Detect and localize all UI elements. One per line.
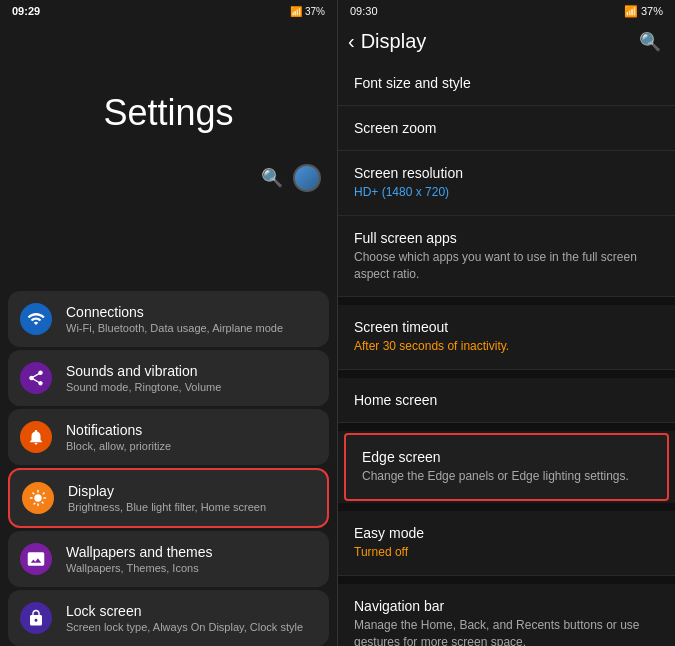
connections-title: Connections <box>66 304 283 320</box>
settings-title-area: Settings 🔍 <box>0 22 337 291</box>
display-item-easy-mode[interactable]: Easy mode Turned off <box>338 511 675 576</box>
left-status-bar: 09:29 📶 37% <box>0 0 337 22</box>
sound-icon <box>20 362 52 394</box>
display-item-home-screen[interactable]: Home screen <box>338 378 675 423</box>
full-screen-title: Full screen apps <box>354 230 659 246</box>
display-page-title: Display <box>361 30 427 53</box>
divider-3 <box>338 423 675 431</box>
avatar[interactable] <box>293 164 321 192</box>
display-item-edge-screen[interactable]: Edge screen Change the Edge panels or Ed… <box>344 433 669 501</box>
easy-mode-sub: Turned off <box>354 544 659 561</box>
left-signal-icons: 📶 37% <box>290 6 325 17</box>
edge-screen-title: Edge screen <box>362 449 651 465</box>
sounds-title: Sounds and vibration <box>66 363 221 379</box>
edge-screen-sub: Change the Edge panels or Edge lighting … <box>362 468 651 485</box>
lockscreen-icon <box>20 602 52 634</box>
display-sub: Brightness, Blue light filter, Home scre… <box>68 501 266 513</box>
home-screen-title: Home screen <box>354 392 659 408</box>
divider-5 <box>338 576 675 584</box>
notifications-text: Notifications Block, allow, prioritize <box>66 422 171 452</box>
lockscreen-text: Lock screen Screen lock type, Always On … <box>66 603 303 633</box>
display-item-full-screen[interactable]: Full screen apps Choose which apps you w… <box>338 216 675 298</box>
full-screen-sub: Choose which apps you want to use in the… <box>354 249 659 283</box>
wallpapers-sub: Wallpapers, Themes, Icons <box>66 562 213 574</box>
display-text: Display Brightness, Blue light filter, H… <box>68 483 266 513</box>
display-list: Font size and style Screen zoom Screen r… <box>338 61 675 646</box>
notifications-icon <box>20 421 52 453</box>
screen-resolution-sub: HD+ (1480 x 720) <box>354 184 659 201</box>
display-item-font-size[interactable]: Font size and style <box>338 61 675 106</box>
screen-zoom-title: Screen zoom <box>354 120 659 136</box>
display-search-icon[interactable]: 🔍 <box>639 31 661 53</box>
settings-item-display[interactable]: Display Brightness, Blue light filter, H… <box>8 468 329 528</box>
display-icon <box>22 482 54 514</box>
display-header: ‹ Display 🔍 <box>338 22 675 61</box>
connections-text: Connections Wi-Fi, Bluetooth, Data usage… <box>66 304 283 334</box>
settings-item-sounds[interactable]: Sounds and vibration Sound mode, Rington… <box>8 350 329 406</box>
sounds-sub: Sound mode, Ringtone, Volume <box>66 381 221 393</box>
settings-item-lockscreen[interactable]: Lock screen Screen lock type, Always On … <box>8 590 329 646</box>
wallpapers-title: Wallpapers and themes <box>66 544 213 560</box>
right-status-bar: 09:30 📶 37% <box>338 0 675 22</box>
display-title: Display <box>68 483 266 499</box>
display-item-screen-zoom[interactable]: Screen zoom <box>338 106 675 151</box>
connections-sub: Wi-Fi, Bluetooth, Data usage, Airplane m… <box>66 322 283 334</box>
left-panel: 09:29 📶 37% Settings 🔍 Connections Wi-Fi… <box>0 0 337 646</box>
sounds-text: Sounds and vibration Sound mode, Rington… <box>66 363 221 393</box>
navigation-bar-sub: Manage the Home, Back, and Recents butto… <box>354 617 659 646</box>
navigation-bar-title: Navigation bar <box>354 598 659 614</box>
settings-list: Connections Wi-Fi, Bluetooth, Data usage… <box>0 291 337 646</box>
search-row: 🔍 <box>0 164 337 192</box>
notifications-sub: Block, allow, prioritize <box>66 440 171 452</box>
divider-2 <box>338 370 675 378</box>
settings-item-notifications[interactable]: Notifications Block, allow, prioritize <box>8 409 329 465</box>
screen-timeout-sub: After 30 seconds of inactivity. <box>354 338 659 355</box>
display-header-left: ‹ Display <box>348 30 426 53</box>
settings-item-wallpapers[interactable]: Wallpapers and themes Wallpapers, Themes… <box>8 531 329 587</box>
settings-title: Settings <box>103 92 233 134</box>
notifications-title: Notifications <box>66 422 171 438</box>
divider-4 <box>338 503 675 511</box>
back-button[interactable]: ‹ <box>348 30 355 53</box>
wallpapers-text: Wallpapers and themes Wallpapers, Themes… <box>66 544 213 574</box>
connections-icon <box>20 303 52 335</box>
display-item-screen-resolution[interactable]: Screen resolution HD+ (1480 x 720) <box>338 151 675 216</box>
settings-item-connections[interactable]: Connections Wi-Fi, Bluetooth, Data usage… <box>8 291 329 347</box>
font-size-title: Font size and style <box>354 75 659 91</box>
display-item-navigation-bar[interactable]: Navigation bar Manage the Home, Back, an… <box>338 584 675 646</box>
display-item-screen-timeout[interactable]: Screen timeout After 30 seconds of inact… <box>338 305 675 370</box>
lockscreen-title: Lock screen <box>66 603 303 619</box>
right-time: 09:30 <box>350 5 378 17</box>
left-time: 09:29 <box>12 5 40 17</box>
right-panel: 09:30 📶 37% ‹ Display 🔍 Font size and st… <box>337 0 675 646</box>
search-icon[interactable]: 🔍 <box>261 167 283 189</box>
screen-timeout-title: Screen timeout <box>354 319 659 335</box>
left-status-icons: 📶 37% <box>290 6 325 17</box>
wallpapers-icon <box>20 543 52 575</box>
screen-resolution-title: Screen resolution <box>354 165 659 181</box>
divider-1 <box>338 297 675 305</box>
lockscreen-sub: Screen lock type, Always On Display, Clo… <box>66 621 303 633</box>
easy-mode-title: Easy mode <box>354 525 659 541</box>
right-status-icons: 📶 37% <box>624 5 663 18</box>
